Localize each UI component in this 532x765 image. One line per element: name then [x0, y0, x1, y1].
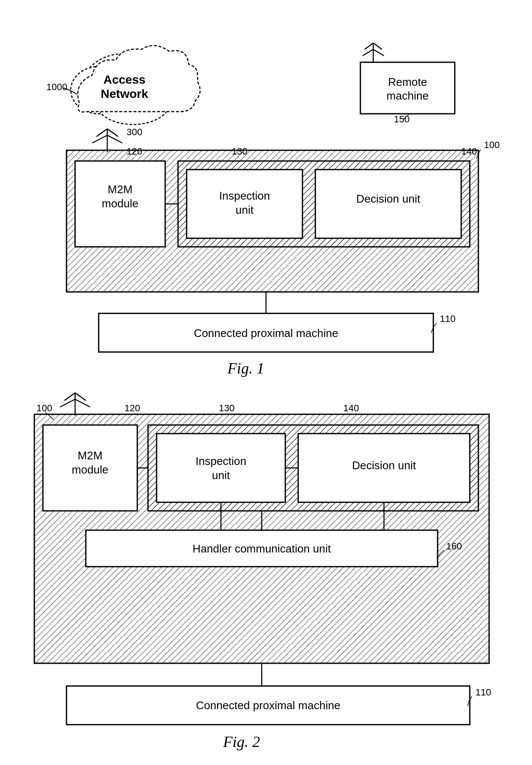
decision-unit-fig1-label: Decision unit [357, 192, 421, 205]
svg-text:Network: Network [101, 87, 148, 100]
access-network-cloud: Access Network [71, 46, 200, 124]
label-120-fig2: 120 [124, 403, 140, 413]
svg-line-35 [64, 393, 75, 401]
label-120-fig1: 120 [127, 146, 142, 157]
fig2-caption: Fig. 2 [223, 733, 260, 750]
fig1-caption: Fig. 1 [227, 360, 264, 377]
m2m-module-fig2-label1: M2M [78, 449, 103, 462]
svg-line-37 [60, 399, 75, 407]
label-110-fig1: 110 [440, 313, 456, 324]
inspection-unit-fig2-label2: unit [212, 469, 230, 482]
svg-line-22 [97, 129, 107, 137]
svg-line-15 [363, 49, 373, 56]
label-100-fig1: 100 [484, 140, 500, 150]
antenna-fig1 [92, 129, 122, 152]
label-140-fig1: 140 [461, 146, 477, 157]
svg-text:Access: Access [103, 73, 145, 86]
svg-line-36 [75, 393, 86, 401]
label-130-fig2: 130 [219, 403, 235, 413]
svg-line-13 [365, 43, 373, 49]
label-130-fig1: 130 [232, 146, 248, 157]
svg-line-16 [373, 49, 384, 56]
inspection-unit-fig1-label1: Inspection [219, 189, 270, 202]
svg-text:Remote: Remote [388, 76, 427, 88]
m2m-module-fig2-label2: module [72, 463, 108, 476]
svg-line-24 [92, 135, 107, 143]
connected-proximal-fig1: Connected proximal machine [194, 327, 339, 340]
svg-text:machine: machine [387, 89, 429, 102]
label-300: 300 [127, 127, 142, 137]
decision-unit-fig2-label: Decision unit [352, 459, 417, 472]
inspection-unit-fig1-label2: unit [236, 203, 254, 216]
svg-rect-41 [157, 434, 285, 502]
label-160-fig2: 160 [446, 541, 462, 552]
connected-proximal-fig2: Connected proximal machine [196, 699, 341, 712]
label-100-fig2: 100 [36, 403, 52, 413]
label-140-fig2: 140 [343, 403, 359, 413]
svg-line-14 [373, 43, 382, 49]
remote-machine: Remote machine [360, 43, 455, 114]
label-110-fig2: 110 [475, 687, 491, 698]
diagram-container: Access Network 1000 Remote machine 150 1… [0, 0, 532, 765]
antenna-fig2 [60, 393, 90, 416]
svg-line-38 [75, 399, 90, 407]
label-1000: 1000 [46, 82, 67, 92]
svg-line-25 [107, 135, 122, 143]
svg-line-23 [107, 129, 118, 137]
handler-comm-fig2-label: Handler communication unit [193, 542, 331, 555]
inspection-unit-fig2-label1: Inspection [196, 455, 247, 468]
m2m-module-fig1-label2: module [102, 197, 138, 210]
m2m-module-fig1-label: M2M [108, 183, 133, 196]
